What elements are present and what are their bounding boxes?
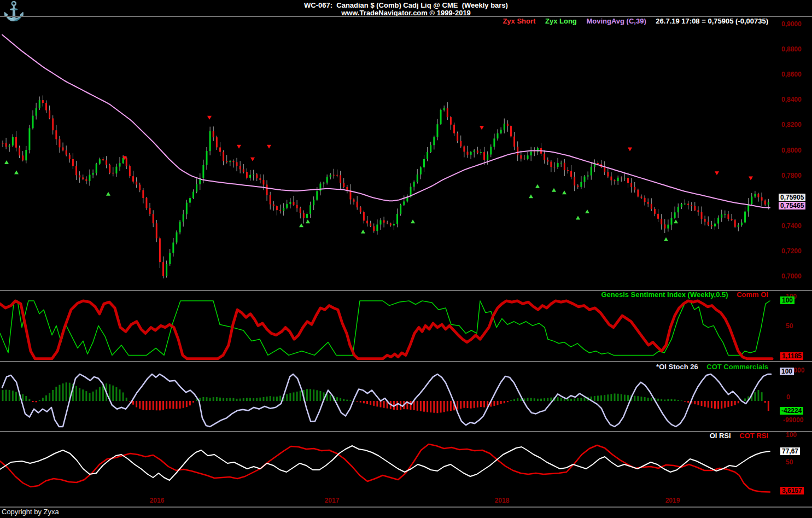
year-axis-label: 2019	[656, 497, 689, 504]
zyx-signal-markers	[4, 116, 753, 290]
rsi-axis-label: 50	[786, 458, 812, 466]
comm-oi-line	[0, 301, 772, 359]
rsi-axis-label: 100	[786, 431, 812, 439]
zyx-short-signal-icon	[480, 126, 484, 130]
candle-bodies	[2, 100, 769, 276]
last-price-badge: 0,75905	[779, 194, 805, 201]
zyx-long-signal-icon	[106, 192, 110, 196]
cot-commercials-value-badge: -42224	[780, 407, 803, 415]
zyx-short-signal-icon	[237, 145, 241, 149]
year-axis-label: 2017	[316, 497, 348, 504]
zyx-short-signal-icon	[628, 147, 632, 151]
trade-navigator-window: ⚓ WC-067: Canadian $ (Comb) Cadj Liq @ C…	[0, 0, 812, 518]
zyx-long-signal-icon	[585, 209, 589, 213]
sentiment-value-badge: 100	[780, 296, 795, 304]
cot-rsi-value-badge: 3,6157	[780, 487, 804, 494]
price-axis-label: 0,7400	[781, 222, 812, 230]
candle-wicks	[3, 95, 768, 278]
sentiment-axis-label: 50	[786, 322, 812, 330]
zyx-short-signal-icon	[207, 116, 212, 120]
price-axis-label: 0,8800	[781, 45, 812, 53]
zyx-short-signal-icon	[250, 158, 255, 161]
price-axis-label: 0,7200	[781, 247, 812, 255]
price-axis-label: 0,7800	[781, 172, 812, 179]
zyx-long-signal-icon	[562, 190, 566, 194]
zyx-long-signal-icon	[664, 237, 668, 241]
oi-rsi-value-badge: 77,67	[780, 447, 800, 455]
comm-oi-value-badge: 1,1185	[780, 352, 803, 360]
zyx-long-signal-icon	[529, 194, 533, 198]
year-axis-label: 2016	[141, 497, 173, 504]
zyx-long-signal-icon	[535, 184, 540, 188]
zyx-short-signal-icon	[749, 176, 753, 180]
price-axis-label: 0,8200	[781, 121, 812, 129]
separator-bottom	[0, 507, 812, 508]
price-axis-label: 0,9000	[781, 20, 812, 28]
zyx-long-signal-icon	[361, 230, 365, 234]
stoch-panel-canvas[interactable]	[0, 362, 776, 431]
year-axis-label: 2018	[486, 497, 518, 504]
moving-average-value-badge: 0,75465	[779, 202, 805, 209]
copyright-text: Copyright by Zyxa	[2, 508, 59, 516]
rsi-panel-canvas[interactable]	[0, 432, 776, 507]
oi-rsi-line	[0, 446, 770, 480]
moving-average-line	[2, 34, 770, 207]
zyx-long-signal-icon	[306, 219, 310, 223]
main-price-chart-canvas[interactable]	[0, 16, 776, 290]
zyx-long-signal-icon	[674, 219, 678, 223]
cot-rsi-line	[0, 444, 770, 492]
zyx-long-signal-icon	[411, 219, 415, 223]
oi-stoch-value-badge: 100	[780, 368, 794, 375]
zyx-long-signal-icon	[14, 170, 19, 174]
zyx-short-signal-icon	[267, 145, 271, 149]
sentiment-panel-canvas[interactable]	[0, 290, 776, 361]
price-axis-label: 0,8600	[781, 71, 812, 78]
zyx-long-signal-icon	[552, 188, 556, 192]
chart-title: WC-067: Canadian $ (Comb) Cadj Liq @ CME…	[0, 1, 812, 9]
oi-stoch-line	[2, 374, 771, 427]
zyx-short-signal-icon	[715, 171, 719, 175]
stoch-axis-label: 0	[786, 393, 812, 401]
stoch-axis-label: -99000	[783, 416, 812, 424]
price-axis-label: 0,7000	[781, 272, 812, 280]
zyx-long-signal-icon	[4, 160, 9, 164]
zyx-long-signal-icon	[576, 216, 580, 219]
price-axis-label: 0,8000	[781, 147, 812, 154]
price-axis-label: 0,8400	[781, 96, 812, 103]
zyx-long-signal-icon	[299, 223, 303, 227]
